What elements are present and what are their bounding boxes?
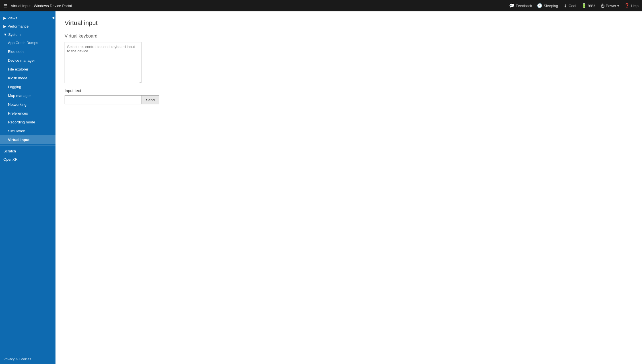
sidebar-nav: ▶ Views ▶ Performance ▼ System App Crash…: [0, 11, 55, 354]
sidebar-item-simulation[interactable]: Simulation: [0, 127, 55, 135]
sidebar-item-scratch[interactable]: Scratch: [0, 147, 55, 155]
hamburger-icon[interactable]: ☰: [3, 3, 7, 9]
sidebar-item-recording-mode[interactable]: Recording mode: [0, 118, 55, 127]
system-arrow-icon: ▼: [3, 32, 7, 37]
titlebar-title: Virtual Input - Windows Device Portal: [11, 4, 509, 8]
sidebar-item-performance[interactable]: ▶ Performance: [0, 22, 55, 30]
feedback-icon: 💬: [509, 3, 515, 8]
sidebar-item-views[interactable]: ▶ Views: [0, 14, 55, 22]
sleeping-action[interactable]: 🕐 Sleeping: [537, 3, 558, 8]
performance-label: Performance: [7, 24, 28, 28]
battery-action[interactable]: 🔋 99%: [581, 3, 595, 8]
input-text-field[interactable]: [65, 95, 141, 104]
views-arrow-icon: ▶: [3, 16, 6, 20]
send-button[interactable]: Send: [141, 95, 159, 104]
sidebar-item-file-explorer[interactable]: File explorer: [0, 65, 55, 74]
sidebar-item-kiosk-mode[interactable]: Kiosk mode: [0, 74, 55, 82]
feedback-action[interactable]: 💬 Feedback: [509, 3, 532, 8]
sidebar-item-virtual-input[interactable]: Virtual Input: [0, 135, 55, 144]
cool-label: Cool: [569, 4, 576, 8]
page-title: Virtual input: [65, 19, 633, 27]
sidebar-item-networking[interactable]: Networking: [0, 100, 55, 109]
sleeping-icon: 🕐: [537, 3, 542, 8]
battery-label: 99%: [588, 4, 595, 8]
sidebar-item-device-manager[interactable]: Device manager: [0, 56, 55, 65]
sidebar: ◀ ▶ Views ▶ Performance ▼ System App Cra…: [0, 11, 55, 364]
help-action[interactable]: ❓ Help: [624, 3, 639, 8]
cool-action[interactable]: 🌡 Cool: [563, 3, 576, 8]
main-layout: ◀ ▶ Views ▶ Performance ▼ System App Cra…: [0, 11, 642, 364]
power-action[interactable]: ⏻ Power ▾: [600, 3, 619, 8]
sidebar-item-openxr[interactable]: OpenXR: [0, 155, 55, 163]
input-text-label: Input text: [65, 88, 633, 93]
power-label: Power ▾: [606, 4, 619, 8]
sidebar-item-app-crash-dumps[interactable]: App Crash Dumps: [0, 38, 55, 47]
power-icon: ⏻: [600, 3, 605, 8]
sidebar-item-logging[interactable]: Logging: [0, 82, 55, 91]
sidebar-item-preferences[interactable]: Preferences: [0, 109, 55, 118]
virtual-keyboard-textarea[interactable]: [65, 42, 141, 83]
sidebar-item-bluetooth[interactable]: Bluetooth: [0, 47, 55, 56]
views-label: Views: [7, 16, 17, 20]
battery-icon: 🔋: [581, 3, 587, 8]
system-label: System: [8, 32, 20, 37]
virtual-keyboard-section-title: Virtual keyboard: [65, 34, 633, 39]
thermometer-icon: 🌡: [563, 3, 567, 8]
sidebar-divider-1: [0, 145, 55, 146]
help-label: Help: [631, 4, 639, 8]
help-icon: ❓: [624, 3, 630, 8]
input-text-row: Send: [65, 95, 633, 104]
sidebar-item-map-manager[interactable]: Map manager: [0, 91, 55, 100]
performance-arrow-icon: ▶: [3, 24, 6, 28]
feedback-label: Feedback: [516, 4, 532, 8]
titlebar-actions: 💬 Feedback 🕐 Sleeping 🌡 Cool 🔋 99% ⏻ Pow…: [509, 3, 639, 8]
sleeping-label: Sleeping: [544, 4, 558, 8]
sidebar-footer-privacy[interactable]: Privacy & Cookies: [0, 354, 55, 364]
titlebar: ☰ Virtual Input - Windows Device Portal …: [0, 0, 642, 11]
sidebar-collapse-button[interactable]: ◀: [50, 14, 55, 22]
content-area: Virtual input Virtual keyboard Input tex…: [55, 11, 642, 364]
sidebar-section-system[interactable]: ▼ System: [0, 30, 55, 38]
